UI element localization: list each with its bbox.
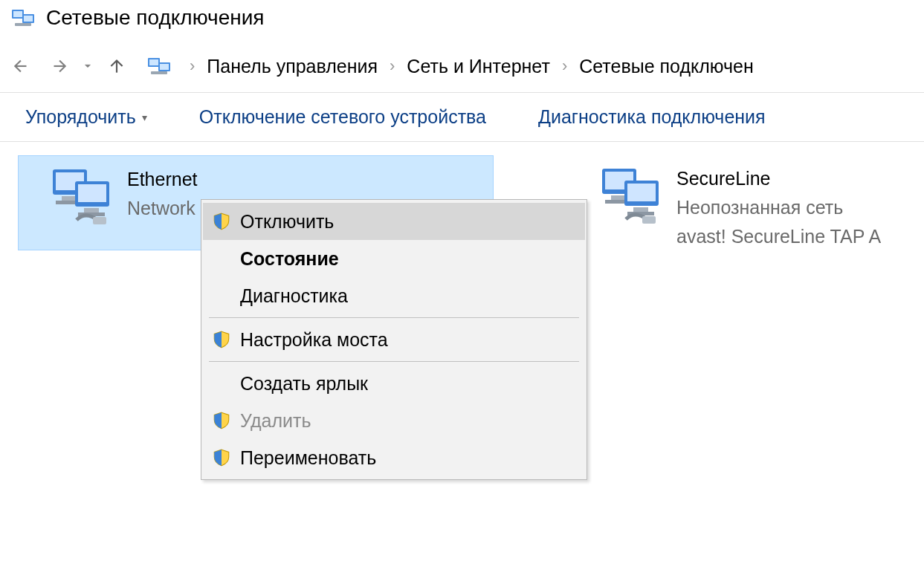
chevron-right-icon[interactable]: › <box>550 56 579 76</box>
chevron-right-icon[interactable]: › <box>378 56 407 76</box>
recent-locations-button[interactable] <box>79 51 97 81</box>
shield-icon <box>210 447 233 469</box>
svg-rect-25 <box>633 207 648 212</box>
svg-rect-16 <box>84 208 99 212</box>
svg-rect-27 <box>642 216 656 224</box>
menu-label: Удалить <box>240 410 311 432</box>
menu-separator <box>209 317 579 318</box>
menu-label: Переименовать <box>240 447 376 469</box>
context-menu-bridge[interactable]: Настройка моста <box>203 321 585 358</box>
shield-icon <box>210 210 233 233</box>
back-button[interactable] <box>4 51 39 81</box>
network-adapter-icon <box>598 163 666 231</box>
chevron-right-icon[interactable]: › <box>178 56 207 76</box>
context-menu: Отключить Состояние Диагностика Настройк… <box>201 199 587 480</box>
shield-icon <box>210 328 233 351</box>
svg-rect-24 <box>627 184 656 201</box>
shield-icon <box>210 409 233 432</box>
svg-rect-18 <box>93 217 106 224</box>
breadcrumb-control-panel[interactable]: Панель управления <box>207 56 378 77</box>
diagnose-label: Диагностика подключения <box>538 106 766 128</box>
breadcrumb-network-internet[interactable]: Сеть и Интернет <box>407 56 550 77</box>
address-bar[interactable]: › Панель управления › Сеть и Интернет › … <box>141 49 920 83</box>
svg-rect-12 <box>62 196 77 201</box>
title-bar: Сетевые подключения <box>0 0 924 40</box>
blank-icon <box>210 285 233 307</box>
network-connections-icon <box>10 7 37 29</box>
nav-bar: › Панель управления › Сеть и Интернет › … <box>0 40 924 93</box>
svg-rect-3 <box>24 16 33 22</box>
menu-label: Настройка моста <box>240 329 388 351</box>
context-menu-disable[interactable]: Отключить <box>203 203 585 240</box>
menu-label: Создать ярлык <box>240 373 368 395</box>
connection-name: SecureLine <box>676 164 881 193</box>
context-menu-create-shortcut[interactable]: Создать ярлык <box>203 365 585 402</box>
content-area: Ethernet Network Connection SecureLine Н… <box>0 142 924 268</box>
connection-text-block: SecureLine Неопознанная сеть avast! Secu… <box>676 160 881 250</box>
menu-label: Состояние <box>240 248 339 270</box>
connection-item-secureline[interactable]: SecureLine Неопознанная сеть avast! Secu… <box>568 155 888 255</box>
svg-rect-1 <box>13 11 22 17</box>
svg-rect-8 <box>160 64 169 70</box>
organize-label: Упорядочить <box>25 106 136 128</box>
address-bar-icon <box>146 55 173 77</box>
command-bar: Упорядочить ▾ Отключение сетевого устрой… <box>0 93 924 142</box>
forward-button[interactable] <box>42 51 76 81</box>
up-button[interactable] <box>100 51 134 81</box>
context-menu-delete: Удалить <box>203 402 585 439</box>
disable-device-label: Отключение сетевого устройства <box>199 106 486 128</box>
svg-rect-6 <box>149 59 158 65</box>
diagnose-connection-button[interactable]: Диагностика подключения <box>538 106 766 128</box>
organize-menu[interactable]: Упорядочить ▾ <box>25 106 147 128</box>
breadcrumb-network-connections[interactable]: Сетевые подключен <box>579 56 754 77</box>
connection-status: Неопознанная сеть <box>676 193 881 222</box>
network-adapter-icon <box>48 163 117 232</box>
disable-device-button[interactable]: Отключение сетевого устройства <box>199 106 486 128</box>
menu-separator <box>209 361 579 362</box>
menu-label: Диагностика <box>240 285 348 307</box>
context-menu-status[interactable]: Состояние <box>203 240 585 277</box>
blank-icon <box>210 247 233 270</box>
menu-label: Отключить <box>240 211 334 233</box>
svg-rect-15 <box>78 184 106 202</box>
svg-rect-9 <box>151 71 167 74</box>
context-menu-diagnose[interactable]: Диагностика <box>203 277 585 314</box>
chevron-down-icon: ▾ <box>142 111 147 123</box>
svg-rect-4 <box>15 23 31 26</box>
connection-device: avast! SecureLine TAP A <box>676 222 881 251</box>
svg-rect-21 <box>611 195 626 200</box>
blank-icon <box>210 372 233 395</box>
context-menu-rename[interactable]: Переименовать <box>203 439 585 476</box>
window-title: Сетевые подключения <box>46 6 264 30</box>
connection-name: Ethernet <box>127 165 294 194</box>
